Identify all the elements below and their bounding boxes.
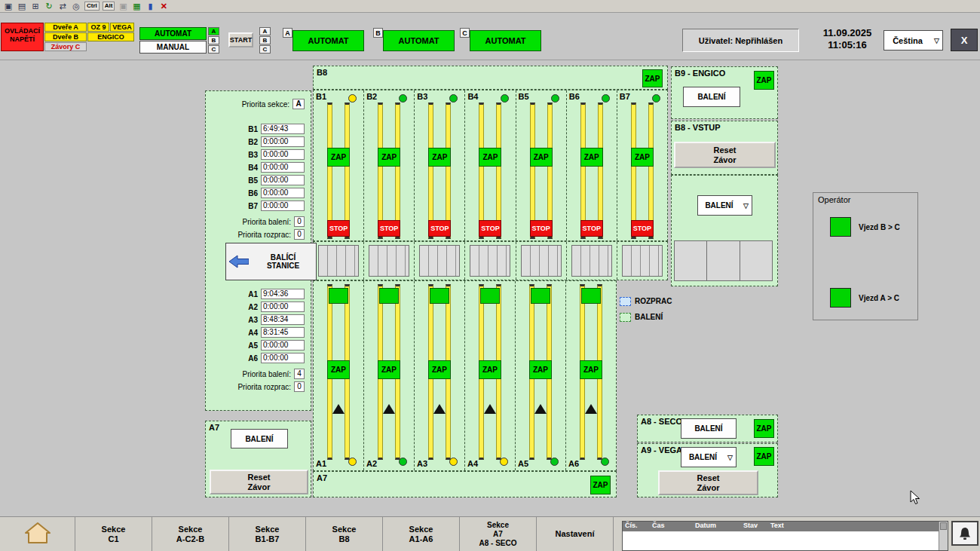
lane-a4-label: A4: [467, 459, 478, 468]
b-priority-wip-value[interactable]: 0: [294, 229, 305, 240]
legend-baleni-label: BALENÍ: [635, 313, 663, 321]
a-priority-wip-row: Priorita rozprac: 0: [206, 381, 305, 392]
engico-indicator: ENGICO: [87, 32, 134, 41]
lane-b1-stop-button[interactable]: STOP: [327, 220, 350, 237]
save-icon[interactable]: ▮: [145, 2, 155, 11]
section-b-automat-button[interactable]: AUTOMAT: [383, 30, 455, 51]
time-label: 11:05:16: [813, 39, 882, 51]
table-icon[interactable]: ▦: [131, 2, 142, 11]
tiles-icon[interactable]: ⊞: [30, 2, 41, 11]
lane-b2-zap-button[interactable]: ZAP: [378, 148, 400, 167]
user-status-box[interactable]: Uživatel: Nepřihlášen: [682, 29, 799, 52]
nav-sekce-a-c2-b-button[interactable]: Sekce A-C2-B: [152, 517, 229, 551]
a9-reset-zavor-button[interactable]: Reset Závor: [658, 470, 758, 495]
copy-icon[interactable]: ▣: [118, 2, 128, 11]
lane-b4-zap-button[interactable]: ZAP: [479, 148, 501, 167]
b8-baleni-select[interactable]: BALENÍ: [697, 195, 752, 216]
legend-rozprac-swatch: [620, 297, 631, 306]
document-icon[interactable]: ▤: [17, 2, 27, 11]
vjezd-a-c-label: Vjezd A > C: [859, 294, 899, 302]
alarm-col-stav[interactable]: Stav: [741, 522, 768, 531]
nav-sekce-b1-b7-button[interactable]: Sekce B1-B7: [229, 517, 306, 551]
lane-a6-zap-button[interactable]: ZAP: [580, 360, 602, 379]
gates-c-indicator: Závory C: [44, 42, 87, 51]
manual-mode-button[interactable]: MANUAL: [139, 41, 207, 54]
lane-a5-up-arrow-icon: [534, 404, 547, 414]
alarm-col-text[interactable]: Text: [768, 522, 939, 531]
lane-b6-stop-button[interactable]: STOP: [580, 220, 603, 237]
transfer-icon[interactable]: ⇄: [57, 2, 68, 11]
lane-b5-zap-button[interactable]: ZAP: [530, 148, 553, 167]
alarm-list-button[interactable]: [951, 521, 978, 546]
b4-time-value: 0:00:00: [261, 162, 305, 173]
lane-b3-stop-button[interactable]: STOP: [428, 220, 451, 237]
b8-strip-zap-button[interactable]: ZAP: [642, 69, 663, 87]
b-priority-packing-row: Priorita balení: 0: [206, 216, 305, 227]
alarm-scrollbar-thumb[interactable]: [940, 522, 947, 530]
vjezd-b-c-toggle[interactable]: [830, 217, 851, 237]
a-priority-wip-value[interactable]: 0: [294, 381, 305, 392]
a9-baleni-select[interactable]: BALENÍ: [681, 447, 737, 467]
lane-b1-zap-button[interactable]: ZAP: [327, 148, 350, 167]
lane-b3: B3 ZAP STOP: [415, 90, 465, 240]
a7-baleni-button[interactable]: BALENÍ: [231, 429, 288, 448]
buffer-cell: [740, 241, 772, 280]
b-priority-packing-label: Priorita balení:: [243, 218, 291, 226]
vjezd-a-c-toggle[interactable]: [830, 288, 851, 308]
lane-b3-track-right: [446, 103, 451, 239]
lane-b7-zap-button[interactable]: ZAP: [631, 148, 654, 167]
lane-b7-stop-button[interactable]: STOP: [631, 220, 654, 237]
lane-a2: ZAP A2: [364, 281, 415, 470]
lane-a5-zap-button[interactable]: ZAP: [529, 360, 552, 379]
lane-b3-zap-button[interactable]: ZAP: [428, 148, 451, 167]
priority-section-value[interactable]: A: [292, 99, 305, 109]
nav-sekce-b8-button[interactable]: Sekce B8: [306, 517, 383, 551]
a7-strip-zap-button[interactable]: ZAP: [590, 476, 611, 494]
lane-b3-track-left: [428, 103, 433, 239]
close-app-button[interactable]: X: [951, 29, 978, 51]
section-c-automat-button[interactable]: AUTOMAT: [470, 30, 541, 51]
lane-b6-zap-button[interactable]: ZAP: [580, 148, 603, 167]
b-priority-wip-label: Priorita rozprac:: [237, 231, 291, 239]
b-priority-packing-value[interactable]: 0: [294, 216, 305, 227]
b9-zap-button[interactable]: ZAP: [754, 71, 774, 90]
b8-reset-zavor-button[interactable]: Reset Závor: [674, 142, 776, 168]
alarm-col-cas[interactable]: Čas: [650, 522, 693, 531]
refresh-icon[interactable]: ↻: [44, 2, 54, 11]
section-a-automat-button[interactable]: AUTOMAT: [292, 30, 364, 51]
section-c-letter: C: [460, 28, 470, 38]
automat-mode-button[interactable]: AUTOMAT: [139, 27, 207, 40]
a5-time-value: 0:00:00: [261, 340, 305, 350]
alarm-col-cislo[interactable]: Čís.: [623, 522, 650, 531]
ctrl-key-button[interactable]: Ctrl: [84, 2, 100, 11]
mode-a-indicator: A: [208, 27, 219, 35]
lane-b5-stop-button[interactable]: STOP: [530, 220, 553, 237]
a-priority-packing-value[interactable]: 4: [294, 369, 305, 379]
b9-baleni-button[interactable]: BALENÍ: [683, 87, 740, 107]
view-icon[interactable]: ◎: [71, 2, 81, 11]
a7-reset-zavor-button[interactable]: Reset Závor: [210, 470, 308, 494]
alarm-scrollbar[interactable]: [939, 522, 948, 550]
lane-a1-zap-button[interactable]: ZAP: [327, 360, 350, 379]
nav-sekce-a7-a8-seco-button[interactable]: Sekce A7 A8 - SECO: [460, 517, 537, 551]
start-button[interactable]: START: [228, 32, 253, 47]
b5-time-row: B50:00:00: [206, 175, 305, 185]
lane-b2-stop-button[interactable]: STOP: [378, 220, 400, 237]
language-select[interactable]: Čeština: [884, 30, 943, 51]
lane-a4-zap-button[interactable]: ZAP: [479, 360, 501, 379]
nav-home-button[interactable]: [0, 517, 75, 551]
lane-a6-label: A6: [568, 459, 579, 468]
nav-nastaveni-button[interactable]: Nastavení: [537, 517, 614, 551]
window-icon[interactable]: ▣: [3, 2, 14, 11]
lane-a2-zap-button[interactable]: ZAP: [378, 360, 400, 379]
nav-sekce-a1-a6-button[interactable]: Sekce A1-A6: [383, 517, 460, 551]
alt-key-button[interactable]: Alt: [103, 2, 115, 11]
a9-zap-button[interactable]: ZAP: [754, 447, 774, 466]
lane-b4-stop-button[interactable]: STOP: [479, 220, 501, 237]
alarm-col-datum[interactable]: Datum: [693, 522, 741, 531]
nav-sekce-c1-button[interactable]: Sekce C1: [75, 517, 152, 551]
close-toolbar-icon[interactable]: ✕: [158, 2, 169, 11]
a8-zap-button[interactable]: ZAP: [754, 419, 774, 438]
lane-a3-zap-button[interactable]: ZAP: [428, 360, 451, 379]
a8-baleni-button[interactable]: BALENÍ: [681, 418, 737, 439]
